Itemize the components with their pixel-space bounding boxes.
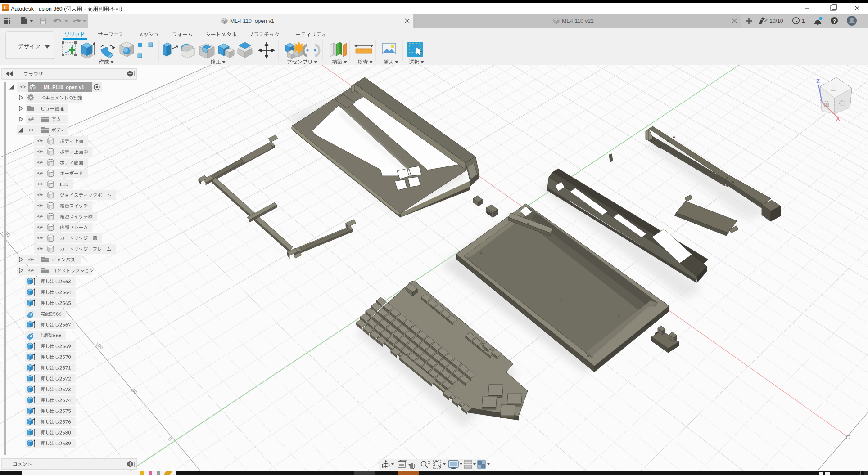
svg-text:1: 1: [802, 18, 805, 24]
svg-text:F: F: [4, 5, 7, 10]
svg-text:X: X: [836, 115, 840, 122]
svg-text:?: ?: [833, 18, 836, 24]
svg-text:10/10: 10/10: [769, 18, 783, 24]
svg-text:ML-F110_open v1: ML-F110_open v1: [44, 85, 84, 90]
svg-text:Z: Z: [816, 78, 820, 85]
svg-text:Autodesk Fusion 360: Autodesk Fusion 360: [11, 6, 63, 12]
svg-text:ML-F110_open v1: ML-F110_open v1: [230, 18, 274, 24]
svg-text:ML-F110 v22: ML-F110 v22: [562, 18, 594, 24]
